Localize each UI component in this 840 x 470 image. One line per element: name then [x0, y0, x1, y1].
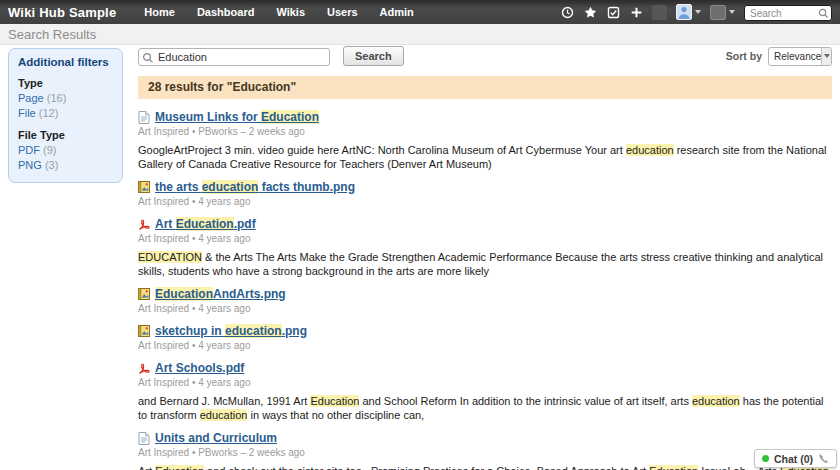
- tasks-icon[interactable]: [606, 5, 620, 19]
- wiki-search-page: Wiki Hub Sample HomeDashboardWikisUsersA…: [0, 0, 840, 470]
- result-snippet: Art Education and check out the sister s…: [138, 464, 832, 470]
- result-meta: Art Inspired • 4 years ago: [138, 303, 832, 315]
- filter-count: (3): [42, 159, 59, 171]
- filter-count: (9): [40, 144, 57, 156]
- search-results-main: Search Sort by Relevance 28 results for …: [138, 46, 832, 470]
- result-meta: Art Inspired • PBworks – 2 weeks ago: [138, 447, 832, 459]
- navbar-right: [560, 3, 832, 22]
- result-meta: Art Inspired • 4 years ago: [138, 377, 832, 389]
- sort-by-label: Sort by: [726, 50, 762, 62]
- result-meta: Art Inspired • 4 years ago: [138, 196, 832, 208]
- results-list: Museum Links for Education Art Inspired …: [138, 110, 832, 470]
- search-input[interactable]: [138, 48, 330, 66]
- main-nav: HomeDashboardWikisUsersAdmin: [144, 6, 413, 18]
- nav-item-dashboard[interactable]: Dashboard: [197, 6, 254, 18]
- pdf-icon: [138, 218, 150, 231]
- chat-widget[interactable]: Chat (0): [754, 449, 837, 468]
- phone-icon: [818, 453, 829, 464]
- search-field-wrap: [138, 47, 330, 66]
- page-icon: [138, 111, 150, 124]
- filter-row: File (12): [18, 106, 113, 121]
- page-header: Search Results: [0, 24, 840, 45]
- highlighted-term: Education: [261, 110, 319, 124]
- image-icon: [138, 325, 150, 338]
- result-meta: Art Inspired • PBworks – 2 weeks ago: [138, 126, 832, 138]
- filters-title: Additional filters: [18, 56, 113, 68]
- search-result: Museum Links for Education Art Inspired …: [138, 110, 832, 171]
- filter-section-heading: File Type: [18, 129, 113, 141]
- chevron-down-icon: [695, 10, 701, 14]
- page-title: Search Results: [8, 27, 96, 42]
- filter-count: (12): [36, 107, 59, 119]
- search-result: Art Education.pdf Art Inspired • 4 years…: [138, 217, 832, 278]
- nav-item-home[interactable]: Home: [144, 6, 175, 18]
- highlighted-term: education: [225, 324, 282, 338]
- nav-item-users[interactable]: Users: [327, 6, 358, 18]
- filter-count: (16): [44, 92, 67, 104]
- results-count-banner: 28 results for "Education": [138, 76, 832, 99]
- highlighted-term: Education: [155, 465, 204, 470]
- highlighted-term: Education: [310, 395, 359, 407]
- search-icon: [818, 5, 829, 23]
- highlighted-term: EDUCATION: [138, 251, 202, 263]
- sort-selected-value: Relevance: [769, 51, 821, 62]
- workspace-switcher[interactable]: [710, 5, 735, 20]
- additional-filters-panel: Additional filters TypePage (16)File (12…: [8, 48, 123, 183]
- result-meta: Art Inspired • 4 years ago: [138, 340, 832, 352]
- add-icon[interactable]: [629, 5, 643, 19]
- user-menu[interactable]: [676, 4, 701, 20]
- filter-link-png[interactable]: PNG: [18, 159, 42, 171]
- filter-row: Page (16): [18, 91, 113, 106]
- highlighted-term: Education: [155, 287, 213, 301]
- result-snippet: and Bernard J. McMullan, 1991 Art Educat…: [138, 394, 832, 422]
- highlighted-term: Education: [649, 465, 698, 470]
- image-icon: [138, 181, 150, 194]
- search-button[interactable]: Search: [343, 46, 404, 66]
- search-result: the arts education facts thumb.png Art I…: [138, 180, 832, 208]
- highlighted-term: education: [692, 395, 740, 407]
- result-title-link[interactable]: sketchup in education.png: [155, 324, 307, 338]
- clock-icon[interactable]: [560, 5, 574, 19]
- result-title-link[interactable]: Museum Links for Education: [155, 110, 319, 124]
- highlighted-term: education: [202, 180, 259, 194]
- filter-sections: TypePage (16)File (12)File TypePDF (9)PN…: [18, 77, 113, 173]
- filter-row: PNG (3): [18, 158, 113, 173]
- filter-row: PDF (9): [18, 143, 113, 158]
- pdf-icon: [138, 362, 150, 375]
- top-navbar: Wiki Hub Sample HomeDashboardWikisUsersA…: [0, 0, 840, 24]
- filter-link-file[interactable]: File: [18, 107, 36, 119]
- result-title-link[interactable]: Art Education.pdf: [155, 217, 256, 231]
- sort-dropdown[interactable]: Relevance: [768, 47, 832, 66]
- search-icon: [142, 50, 154, 68]
- nav-item-admin[interactable]: Admin: [380, 6, 414, 18]
- result-title-link[interactable]: Art Schools.pdf: [155, 361, 244, 375]
- avatar: [676, 4, 692, 20]
- search-toolbar: Search Sort by Relevance: [138, 46, 832, 66]
- online-status-dot: [762, 455, 769, 462]
- result-snippet: GoogleArtProject 3 min. video guide here…: [138, 143, 832, 171]
- result-title-link[interactable]: EducationAndArts.png: [155, 287, 286, 301]
- app-title: Wiki Hub Sample: [8, 5, 116, 20]
- highlighted-term: education: [626, 144, 674, 156]
- nav-item-wikis[interactable]: Wikis: [276, 6, 305, 18]
- chevron-down-icon: [729, 10, 735, 14]
- dropdown-caret-button[interactable]: [821, 48, 831, 65]
- result-snippet: EDUCATION & the Arts The Arts Make the G…: [138, 250, 832, 278]
- search-result: sketchup in education.png Art Inspired •…: [138, 324, 832, 352]
- image-icon: [138, 288, 150, 301]
- filter-link-pdf[interactable]: PDF: [18, 144, 40, 156]
- search-result: Units and Curriculum Art Inspired • PBwo…: [138, 431, 832, 470]
- search-result: Art Schools.pdf Art Inspired • 4 years a…: [138, 361, 832, 422]
- sort-control: Sort by Relevance: [726, 47, 832, 66]
- apps-icon[interactable]: [652, 5, 667, 20]
- workspace-icon: [710, 5, 726, 20]
- filter-section-heading: Type: [18, 77, 113, 89]
- result-title-link[interactable]: Units and Curriculum: [155, 431, 277, 445]
- result-meta: Art Inspired • 4 years ago: [138, 233, 832, 245]
- highlighted-term: Education: [176, 217, 234, 231]
- filter-link-page[interactable]: Page: [18, 92, 44, 104]
- highlighted-term: education: [200, 409, 248, 421]
- result-title-link[interactable]: the arts education facts thumb.png: [155, 180, 355, 194]
- star-icon[interactable]: [583, 5, 597, 19]
- chevron-down-icon: [824, 54, 830, 58]
